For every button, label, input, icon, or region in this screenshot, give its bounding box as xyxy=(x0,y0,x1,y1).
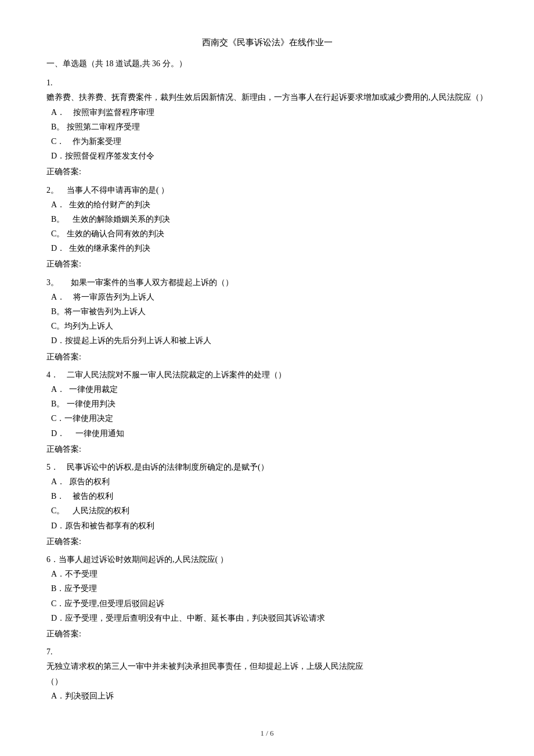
q6-opt-b: B．应予受理 xyxy=(51,581,488,596)
q5-opt-c: C。 人民法院的权利 xyxy=(51,503,488,518)
q2-answer: 正确答案: xyxy=(46,257,488,271)
q2-opt-a: A． 生效的给付财产的判决 xyxy=(51,197,488,212)
question-4: 4． 二审人民法院对不服一审人民法院裁定的上诉案件的处理（） A． 一律使用裁定… xyxy=(46,368,488,456)
q5-opt-d: D．原告和被告都享有的权利 xyxy=(51,519,488,533)
q3-opt-d: D．按提起上诉的先后分列上诉人和被上诉人 xyxy=(51,333,488,348)
q4-opt-d: D． 一律使用通知 xyxy=(51,426,488,441)
q4-number: 4． 二审人民法院对不服一审人民法院裁定的上诉案件的处理（） xyxy=(46,370,286,379)
q3-number: 3。 如果一审案件的当事人双方都提起上诉的（） xyxy=(46,278,233,287)
q6-opt-c: C．应予受理,但受理后驳回起诉 xyxy=(51,596,488,611)
question-7: 7. 无独立请求权的第三人一审中并未被判决承担民事责任，但却提起上诉，上级人民法… xyxy=(46,645,488,703)
q2-opt-c: C。 生效的确认合同有效的判决 xyxy=(51,226,488,241)
q5-number: 5． 民事诉讼中的诉权,是由诉的法律制度所确定的,是赋予(） xyxy=(46,463,269,471)
page-title: 西南交《民事诉讼法》在线作业一 xyxy=(46,35,488,51)
q5-opt-b: B． 被告的权利 xyxy=(51,489,488,503)
q5-answer: 正确答案: xyxy=(46,534,488,549)
section-header: 一、单选题（共 18 道试题,共 36 分。） xyxy=(46,56,488,71)
q5-opt-a: A． 原告的权利 xyxy=(51,474,488,489)
q3-opt-c: C。均列为上诉人 xyxy=(51,319,488,333)
q3-opt-a: A． 将一审原告列为上诉人 xyxy=(51,290,488,304)
q2-opt-d: D． 生效的继承案件的判决 xyxy=(51,241,488,255)
q6-answer: 正确答案: xyxy=(46,627,488,641)
question-5: 5． 民事诉讼中的诉权,是由诉的法律制度所确定的,是赋予(） A． 原告的权利 … xyxy=(46,460,488,549)
q3-opt-b: B。将一审被告列为上诉人 xyxy=(51,304,488,319)
q4-answer: 正确答案: xyxy=(46,442,488,456)
q2-number: 2。 当事人不得申请再审的是( ） xyxy=(46,186,169,195)
q4-opt-c: C．一律使用决定 xyxy=(51,411,488,426)
q2-opt-b: B。 生效的解除婚姻关系的判决 xyxy=(51,212,488,226)
question-1: 1. 赡养费、扶养费、抚育费案件，裁判生效后因新情况、新理由，一方当事人在行起诉… xyxy=(46,75,488,179)
q3-answer: 正确答案: xyxy=(46,350,488,364)
question-6: 6．当事人超过诉讼时效期间起诉的,人民法院应( ） A．不予受理 B．应予受理 … xyxy=(46,552,488,641)
q6-number: 6．当事人超过诉讼时效期间起诉的,人民法院应( ） xyxy=(46,555,228,564)
q6-opt-a: A．不予受理 xyxy=(51,567,488,581)
q6-opt-d: D．应予受理，受理后查明没有中止、中断、延长事由，判决驳回其诉讼请求 xyxy=(51,611,488,625)
q7-number: 7. xyxy=(46,647,53,656)
q1-opt-a: A． 按照审判监督程序审理 xyxy=(51,105,488,120)
question-2: 2。 当事人不得申请再审的是( ） A． 生效的给付财产的判决 B。 生效的解除… xyxy=(46,183,488,272)
q1-opt-b: B。 按照第二审程序受理 xyxy=(51,120,488,134)
q1-answer: 正确答案: xyxy=(46,164,488,179)
page-footer: 1 / 6 xyxy=(46,726,488,740)
q1-opt-d: D．按照督促程序签发支付令 xyxy=(51,149,488,163)
q1-text: 赡养费、扶养费、抚育费案件，裁判生效后因新情况、新理由，一方当事人在行起诉要求增… xyxy=(46,90,488,105)
q1-opt-c: C． 作为新案受理 xyxy=(51,134,488,149)
question-3: 3。 如果一审案件的当事人双方都提起上诉的（） A． 将一审原告列为上诉人 B。… xyxy=(46,275,488,364)
q7-text: 无独立请求权的第三人一审中并未被判决承担民事责任，但却提起上诉，上级人民法院应 xyxy=(46,659,488,674)
q7-opt-a: A．判决驳回上诉 xyxy=(51,689,488,703)
q4-opt-a: A． 一律使用裁定 xyxy=(51,382,488,397)
q7-text-cont: （） xyxy=(46,674,488,689)
q1-number: 1. xyxy=(46,78,53,87)
q4-opt-b: B。 一律使用判决 xyxy=(51,397,488,411)
